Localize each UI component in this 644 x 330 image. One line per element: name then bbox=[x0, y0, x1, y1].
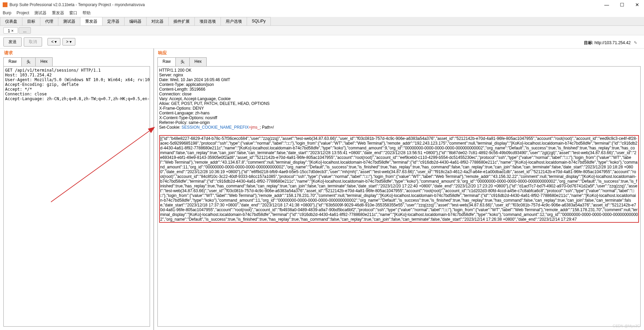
request-tab-headers[interactable]: 头 bbox=[21, 57, 36, 66]
menu-window[interactable]: 窗口 bbox=[69, 11, 77, 15]
menu-tester[interactable]: 测试器 bbox=[34, 11, 46, 15]
tab-sequencer[interactable]: 定序器 bbox=[102, 17, 125, 25]
tab-target[interactable]: 目标 bbox=[22, 17, 40, 25]
close-button[interactable]: ✕ bbox=[633, 2, 641, 7]
tab-project-options[interactable]: 项目选项 bbox=[194, 17, 221, 25]
tab-decoder[interactable]: 编码器 bbox=[124, 17, 147, 25]
maximize-button[interactable]: ☐ bbox=[618, 2, 626, 7]
history-fwd-button[interactable]: > ▾ bbox=[62, 38, 75, 45]
response-title: 响应 bbox=[154, 49, 644, 57]
tab-repeater[interactable]: 重发器 bbox=[80, 17, 102, 25]
request-view-tabs: Raw 头 Hex bbox=[0, 57, 153, 66]
watermark: CSDN @Myo3C bbox=[613, 324, 640, 328]
window-title: Burp Suite Professional v2.0.11beta - Te… bbox=[10, 2, 595, 7]
tab-extender[interactable]: 插件扩展 bbox=[168, 17, 195, 25]
minimize-button[interactable]: — bbox=[602, 2, 611, 7]
request-tab-hex[interactable]: Hex bbox=[35, 57, 53, 66]
main-tabs: 仪表盘 目标 代理 测试器 重发器 定序器 编码器 对比器 插件扩展 项目选项 … bbox=[0, 17, 644, 26]
sub-tab-new[interactable]: ... bbox=[19, 27, 31, 34]
sub-tab-1[interactable]: 1 × bbox=[3, 27, 18, 34]
menu-bar: Burp Project 测试器 重发器 窗口 帮助 bbox=[0, 10, 644, 17]
menu-burp[interactable]: Burp bbox=[3, 11, 11, 15]
response-body[interactable]: HTTP/1.1 200 OK Server: nginx Date: Wed,… bbox=[157, 66, 641, 327]
response-tab-hex[interactable]: Hex bbox=[189, 57, 207, 66]
tab-dashboard[interactable]: 仪表盘 bbox=[0, 17, 22, 25]
target-label: 目标: bbox=[584, 40, 594, 45]
tab-sqlipy[interactable]: SQLiPy bbox=[247, 17, 271, 25]
target-value: http://103.71.254.42 bbox=[594, 40, 631, 45]
menu-help[interactable]: 帮助 bbox=[82, 11, 91, 15]
request-body[interactable]: GET /api/v1/terminal/sessions/ HTTP/1.1 … bbox=[3, 66, 150, 327]
history-back-button[interactable]: < ▾ bbox=[48, 38, 60, 45]
action-bar: 发送 取消 < ▾ > ▾ bbox=[0, 35, 644, 48]
cancel-button[interactable]: 取消 bbox=[24, 37, 42, 47]
tab-comparer[interactable]: 对比器 bbox=[146, 17, 169, 25]
response-tab-headers[interactable]: 头 bbox=[175, 57, 190, 66]
menu-repeater[interactable]: 重发器 bbox=[52, 11, 64, 15]
repeater-sub-tabs: 1 × ... bbox=[0, 26, 644, 35]
tab-intruder[interactable]: 测试器 bbox=[58, 17, 80, 25]
response-view-tabs: Raw 头 Hex bbox=[154, 57, 644, 66]
response-pane: 响应 Raw 头 Hex HTTP/1.1 200 OK Server: ngi… bbox=[154, 49, 644, 330]
request-tab-raw[interactable]: Raw bbox=[3, 57, 22, 66]
request-pane: 请求 Raw 头 Hex GET /api/v1/terminal/sessio… bbox=[0, 49, 154, 330]
target-indicator: 目标: http://103.71.254.42 ✎ bbox=[584, 40, 637, 46]
split-container: 请求 Raw 头 Hex GET /api/v1/terminal/sessio… bbox=[0, 48, 644, 330]
app-icon bbox=[3, 2, 7, 7]
send-button[interactable]: 发送 bbox=[3, 37, 22, 47]
menu-project[interactable]: Project bbox=[17, 11, 29, 15]
request-title: 请求 bbox=[0, 49, 153, 57]
title-bar: Burp Suite Professional v2.0.11beta - Te… bbox=[0, 0, 644, 10]
edit-target-icon[interactable]: ✎ bbox=[634, 40, 637, 45]
response-tab-raw[interactable]: Raw bbox=[157, 57, 176, 66]
tab-user-options[interactable]: 用户选项 bbox=[221, 17, 247, 25]
tab-proxy[interactable]: 代理 bbox=[40, 17, 58, 25]
